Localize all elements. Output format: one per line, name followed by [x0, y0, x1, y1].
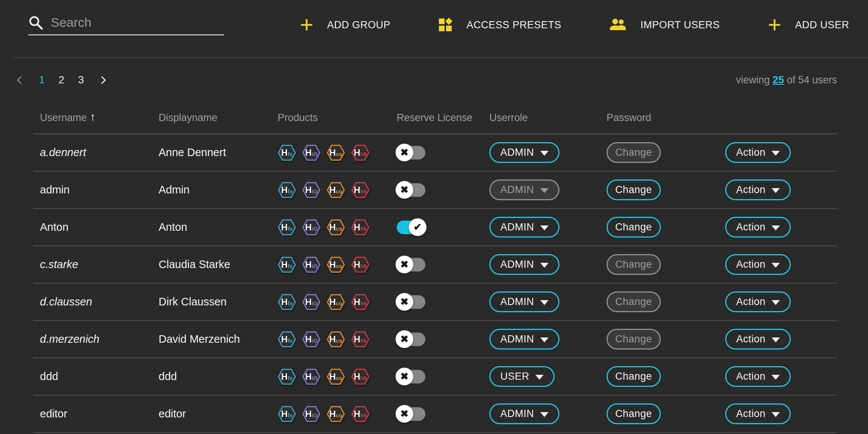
product-icon-hio[interactable]: HiO [302, 144, 321, 161]
product-icon-hco[interactable]: Hco [327, 368, 345, 385]
username-cell: Anton [40, 221, 159, 233]
password-change-button[interactable]: Change [607, 217, 661, 238]
product-icon-hfx[interactable]: Hfx [278, 256, 296, 273]
reserve-license-toggle[interactable]: ✔ [397, 218, 426, 236]
product-icon-hio[interactable]: HiO [302, 256, 321, 273]
displayname-cell: David Merzenich [159, 333, 278, 345]
reserve-license-toggle[interactable]: ✖ [397, 144, 426, 161]
product-icon-hfx[interactable]: Hfx [278, 182, 296, 198]
table-header-row: Username ↑ Displayname Products Reserve … [33, 102, 837, 134]
action-dropdown[interactable]: Action [725, 179, 791, 200]
product-icon-hhk[interactable]: Hhk [351, 368, 370, 385]
product-icon-hio[interactable]: HiO [302, 294, 321, 310]
page-button-3[interactable]: 3 [77, 74, 85, 86]
chevron-down-icon [540, 151, 549, 156]
chevron-down-icon [772, 225, 780, 230]
page-button-1[interactable]: 1 [38, 74, 46, 86]
viewing-suffix: of 54 users [787, 74, 837, 86]
header-reserve-license[interactable]: Reserve License [397, 112, 489, 124]
action-dropdown[interactable]: Action [725, 329, 791, 350]
product-icon-hio[interactable]: HiO [302, 406, 321, 422]
product-icon-hfx[interactable]: Hfx [278, 331, 296, 348]
header-username[interactable]: Username ↑ [40, 111, 159, 124]
access-presets-button[interactable]: ACCESS PRESETS [439, 18, 561, 32]
header-password[interactable]: Password [607, 112, 725, 124]
password-change-button[interactable]: Change [607, 403, 661, 424]
userrole-dropdown[interactable]: ADMIN [489, 179, 559, 200]
search-box[interactable] [28, 11, 224, 35]
product-icon-hco[interactable]: Hco [327, 256, 345, 273]
topbar-actions: ADD GROUP ACCESS PRESETS [300, 0, 849, 50]
reserve-license-toggle[interactable]: ✖ [397, 368, 426, 385]
reserve-license-toggle[interactable]: ✖ [397, 293, 426, 311]
viewing-count-link[interactable]: 25 [773, 74, 784, 86]
search-input[interactable] [51, 15, 224, 30]
reserve-license-toggle[interactable]: ✖ [397, 405, 426, 423]
next-page-icon[interactable] [98, 76, 106, 84]
product-icon-hio[interactable]: HiO [302, 331, 321, 348]
password-change-button[interactable]: Change [607, 329, 661, 350]
toggle-knob: ✔ [409, 218, 426, 236]
import-users-button[interactable]: IMPORT USERS [610, 18, 720, 31]
action-dropdown[interactable]: Action [725, 217, 791, 238]
header-userrole[interactable]: Userrole [489, 112, 607, 124]
add-user-button[interactable]: ADD USER [768, 18, 849, 32]
action-dropdown[interactable]: Action [725, 291, 791, 312]
product-icon-hco[interactable]: Hco [327, 294, 345, 310]
userrole-dropdown[interactable]: ADMIN [489, 254, 559, 275]
product-icon-hhk[interactable]: Hhk [351, 331, 370, 348]
userrole-dropdown[interactable]: USER [489, 366, 555, 387]
product-icon-hhk[interactable]: Hhk [351, 294, 370, 310]
product-icon-hfx[interactable]: Hfx [278, 219, 296, 236]
product-icon-hco[interactable]: Hco [327, 219, 345, 236]
product-icon-hhk[interactable]: Hhk [351, 144, 370, 161]
reserve-license-toggle[interactable]: ✖ [397, 330, 426, 348]
reserve-license-toggle[interactable]: ✖ [397, 256, 426, 273]
table-row: c.starke Claudia Starke HfxHiOHcoHhk ✖ A… [33, 246, 837, 284]
product-icon-hhk[interactable]: Hhk [351, 406, 370, 422]
product-icon-hio[interactable]: HiO [302, 219, 321, 236]
product-icon-hhk[interactable]: Hhk [351, 256, 370, 273]
username-cell: ddd [40, 370, 159, 383]
product-icon-hio[interactable]: HiO [302, 182, 321, 198]
password-change-button[interactable]: Change [607, 254, 661, 275]
password-change-button[interactable]: Change [607, 179, 661, 200]
header-displayname[interactable]: Displayname [159, 112, 278, 124]
action-dropdown[interactable]: Action [725, 142, 791, 163]
product-icon-hfx[interactable]: Hfx [278, 406, 296, 422]
chevron-down-icon [540, 300, 549, 305]
userrole-dropdown[interactable]: ADMIN [489, 403, 559, 424]
password-change-button[interactable]: Change [607, 142, 661, 163]
product-icon-hco[interactable]: Hco [327, 182, 345, 198]
product-icon-hhk[interactable]: Hhk [351, 219, 370, 236]
product-icon-hco[interactable]: Hco [327, 406, 345, 422]
product-icon-hfx[interactable]: Hfx [278, 294, 296, 310]
username-cell: a.dennert [40, 146, 159, 159]
displayname-cell: ddd [159, 370, 278, 383]
previous-page-icon[interactable] [17, 76, 25, 84]
import-users-label: IMPORT USERS [640, 19, 720, 31]
product-icon-hfx[interactable]: Hfx [278, 368, 296, 385]
header-products[interactable]: Products [278, 112, 397, 124]
product-icon-hio[interactable]: HiO [302, 368, 321, 385]
reserve-license-toggle[interactable]: ✖ [397, 181, 426, 199]
add-group-button[interactable]: ADD GROUP [300, 18, 390, 32]
userrole-dropdown[interactable]: ADMIN [489, 329, 559, 350]
product-icon-hco[interactable]: Hco [327, 144, 345, 161]
password-change-button[interactable]: Change [607, 366, 661, 387]
userrole-dropdown[interactable]: ADMIN [489, 291, 559, 312]
action-dropdown[interactable]: Action [725, 403, 791, 424]
userrole-dropdown[interactable]: ADMIN [489, 142, 559, 163]
product-icon-hco[interactable]: Hco [327, 331, 345, 348]
product-icon-hhk[interactable]: Hhk [351, 182, 370, 198]
product-icon-hfx[interactable]: Hfx [278, 144, 296, 161]
displayname-cell: Anton [159, 221, 278, 233]
action-dropdown[interactable]: Action [725, 366, 791, 387]
products-cell: HfxHiOHcoHhk [278, 219, 397, 236]
page-button-2[interactable]: 2 [58, 74, 65, 86]
action-dropdown[interactable]: Action [725, 254, 791, 275]
userrole-dropdown[interactable]: ADMIN [489, 217, 559, 238]
products-cell: HfxHiOHcoHhk [278, 331, 397, 348]
password-change-button[interactable]: Change [607, 291, 661, 312]
presets-dashboard-icon [439, 18, 453, 32]
